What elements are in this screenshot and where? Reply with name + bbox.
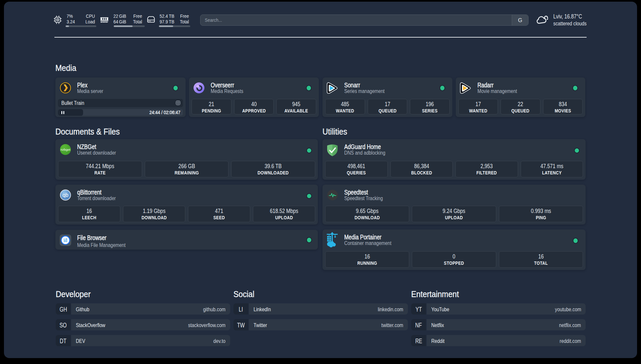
svg-text:qb: qb [63, 192, 69, 198]
svg-text:nzbget: nzbget [61, 148, 71, 151]
